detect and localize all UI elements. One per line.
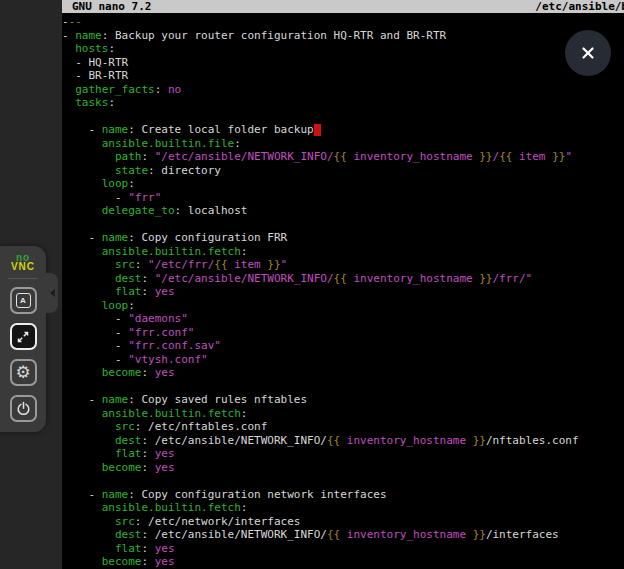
- code-line: [62, 110, 624, 124]
- code-segment: ansible.builtin.fetch: [102, 245, 241, 258]
- code-line: - name: Copy configuration FRR: [62, 231, 624, 245]
- code-segment: become: [102, 366, 142, 379]
- code-segment: : /etc/ansible/NETWORK_INFO/: [141, 528, 326, 541]
- code-segment: /nftables.conf: [486, 434, 579, 447]
- code-segment: yes: [155, 285, 175, 298]
- code-line: - "frr.conf.sav": [62, 339, 624, 353]
- code-segment: "/etc/ansible/NETWORK_INFO/: [155, 272, 334, 285]
- code-segment: "frr.conf": [128, 326, 194, 339]
- code-segment: }}: [473, 528, 486, 541]
- code-line: ansible.builtin.fetch:: [62, 407, 624, 421]
- code-segment: :: [141, 150, 154, 163]
- code-segment: "vtysh.conf": [128, 353, 207, 366]
- code-line: src: /etc/nftables.conf: [62, 420, 624, 434]
- code-segment: become: [102, 461, 142, 474]
- settings-button[interactable]: ⚙: [10, 359, 37, 386]
- code-segment: --: [69, 15, 82, 28]
- code-segment: yes: [155, 447, 175, 460]
- code-segment: {{: [334, 150, 347, 163]
- code-line: - "frr.conf": [62, 326, 624, 340]
- code-segment: become: [102, 555, 142, 568]
- code-segment: "/etc/ansible/NETWORK_INFO/: [155, 150, 334, 163]
- code-segment: [62, 272, 115, 285]
- code-line: path: "/etc/ansible/NETWORK_INFO/{{ inve…: [62, 150, 624, 164]
- terminal-window: GNU nano 7.2 /etc/ansible/b ---- name: B…: [62, 0, 624, 569]
- screen: no VNC A ⚙: [0, 0, 624, 569]
- code-segment: :: [241, 245, 248, 258]
- code-line: src: "/etc/frr/{{ item }}": [62, 258, 624, 272]
- code-line: - name: Backup your router configuration…: [62, 29, 624, 43]
- code-segment: [62, 285, 115, 298]
- code-segment: /frr/": [493, 272, 533, 285]
- code-segment: ansible.builtin.file: [102, 137, 234, 150]
- code-segment: :: [128, 299, 135, 312]
- code-segment: item: [228, 258, 268, 271]
- code-segment: ansible.builtin.fetch: [102, 407, 241, 420]
- code-segment: -: [62, 123, 102, 136]
- code-line: - "vtysh.conf": [62, 353, 624, 367]
- code-segment: [62, 164, 115, 177]
- code-segment: gather_facts: [75, 83, 154, 96]
- code-segment: {{: [327, 528, 340, 541]
- code-segment: [62, 461, 102, 474]
- code-segment: src: [115, 258, 135, 271]
- code-segment: tasks: [75, 96, 108, 109]
- close-x-icon: [579, 44, 597, 62]
- code-segment: :: [142, 555, 155, 568]
- code-segment: inventory_hostname: [340, 528, 472, 541]
- code-segment: :: [135, 258, 148, 271]
- power-button[interactable]: [10, 395, 37, 422]
- power-icon: [16, 401, 31, 416]
- code-segment: {{: [214, 258, 227, 271]
- code-segment: :: [241, 501, 248, 514]
- code-segment: :: [142, 366, 155, 379]
- code-segment: }}: [267, 258, 280, 271]
- code-segment: src: [115, 515, 135, 528]
- code-segment: :: [142, 461, 155, 474]
- code-segment: -: [62, 488, 102, 501]
- chevron-left-icon: [50, 289, 55, 297]
- editor-text[interactable]: ---- name: Backup your router configurat…: [62, 13, 624, 569]
- code-line: [62, 380, 624, 394]
- close-button[interactable]: [565, 30, 611, 76]
- code-segment: "/etc/frr/: [148, 258, 214, 271]
- code-line: dest: /etc/ansible/NETWORK_INFO/{{ inven…: [62, 434, 624, 448]
- code-line: ansible.builtin.fetch:: [62, 245, 624, 259]
- vnc-control-panel: no VNC A ⚙: [0, 246, 46, 432]
- code-segment: :: [234, 137, 241, 150]
- code-segment: [62, 420, 115, 433]
- code-line: become: yes: [62, 555, 624, 569]
- code-segment: yes: [155, 461, 175, 474]
- extra-keys-button[interactable]: A: [10, 287, 37, 314]
- a-key-icon: A: [16, 293, 31, 308]
- code-segment: - HQ-RTR: [62, 56, 128, 69]
- code-segment: :: [141, 272, 154, 285]
- code-segment: [62, 501, 102, 514]
- code-segment: }}: [479, 150, 492, 163]
- code-segment: {{: [327, 434, 340, 447]
- code-segment: :: [141, 285, 154, 298]
- nano-titlebar: GNU nano 7.2 /etc/ansible/b: [62, 0, 624, 13]
- code-line: - BR-RTR: [62, 69, 624, 83]
- code-segment: [62, 528, 115, 541]
- code-segment: name: [102, 488, 129, 501]
- novnc-logo-bottom: VNC: [11, 262, 35, 271]
- code-line: delegate_to: localhost: [62, 204, 624, 218]
- code-line: ansible.builtin.fetch:: [62, 501, 624, 515]
- code-segment: delegate_to: [102, 204, 175, 217]
- code-line: - name: Create local folder backup: [62, 123, 624, 137]
- code-segment: yes: [155, 555, 175, 568]
- code-segment: }}: [552, 150, 565, 163]
- code-segment: /interfaces: [486, 528, 559, 541]
- code-segment: name: [75, 29, 102, 42]
- fullscreen-button[interactable]: [10, 323, 37, 350]
- code-segment: hosts: [75, 42, 108, 55]
- toolbar-collapse-handle[interactable]: [46, 273, 58, 313]
- code-segment: : Backup your router configuration HQ-RT…: [102, 29, 446, 42]
- code-segment: :: [141, 542, 154, 555]
- code-segment: :: [108, 42, 115, 55]
- code-segment: no: [168, 83, 181, 96]
- code-segment: }}: [473, 434, 486, 447]
- code-segment: -: [62, 339, 128, 352]
- code-segment: ": [565, 150, 572, 163]
